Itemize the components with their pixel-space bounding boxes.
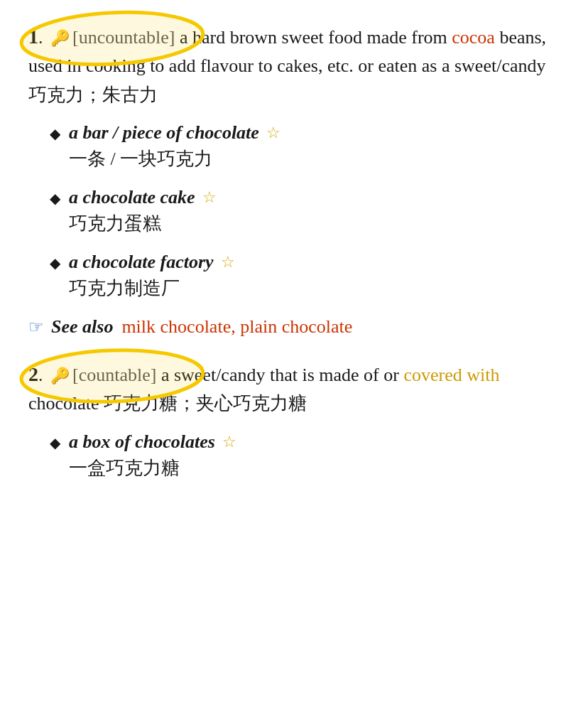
entry-2-header: 2. 🔑[countable] a sweet/candy that is ma… [28,359,560,419]
grammar-tag-1: [uncountable] [72,27,175,48]
diamond-icon-1-1: ◆ [50,125,60,142]
example-text-2-1: a box of chocolates [69,431,215,453]
example-text-1-1: a bar / piece of chocolate [69,122,259,144]
key-icon-1: 🔑 [50,29,70,47]
diamond-icon-1-2: ◆ [50,190,60,207]
entry-number-1: 1 [28,26,38,48]
entry-1-header: 1. 🔑[uncountable] a hard brown sweet foo… [28,21,560,109]
example-chinese-2-1: 一盒巧克力糖 [69,456,236,480]
definition-2-part1: a sweet/candy that is made of or [161,365,404,385]
grammar-tag-2: [countable] [72,365,156,385]
example-item-2-1: ◆ a box of chocolates ☆ 一盒巧克力糖 [50,431,560,480]
example-item-1-3: ◆ a chocolate factory ☆ 巧克力制造厂 [50,252,560,301]
example-chinese-1-1: 一条 / 一块巧克力 [69,146,281,171]
key-icon-2: 🔑 [50,367,70,384]
period-1: . [38,27,48,48]
entry-1: 1. 🔑[uncountable] a hard brown sweet foo… [28,21,560,338]
example-text-1-2: a chocolate cake [69,187,195,208]
see-also-label: See also [51,316,113,338]
definition-1-zh: 巧克力；朱古力 [28,85,158,105]
example-english-1-1: a bar / piece of chocolate ☆ [69,122,281,144]
see-also-links[interactable]: milk chocolate, plain chocolate [121,316,352,338]
definition-2-zh: 巧克力糖；夹心巧克力糖 [104,393,307,414]
example-content-1-1: a bar / piece of chocolate ☆ 一条 / 一块巧克力 [69,122,281,171]
example-chinese-1-3: 巧克力制造厂 [69,276,235,301]
star-button-1-1[interactable]: ☆ [266,125,281,141]
definition-2-part2: chocolate [28,393,99,414]
star-button-1-3[interactable]: ☆ [221,254,235,270]
example-chinese-1-2: 巧克力蛋糕 [69,211,217,236]
example-english-2-1: a box of chocolates ☆ [69,431,236,453]
example-content-1-2: a chocolate cake ☆ 巧克力蛋糕 [69,187,217,236]
entry-number-2: 2 [28,363,38,385]
example-item-1-1: ◆ a bar / piece of chocolate ☆ 一条 / 一块巧克… [50,122,560,171]
example-english-1-3: a chocolate factory ☆ [69,252,235,273]
examples-list-2: ◆ a box of chocolates ☆ 一盒巧克力糖 [50,431,560,480]
star-button-1-2[interactable]: ☆ [202,190,217,205]
period-2: . [38,365,48,385]
cocoa-link[interactable]: cocoa [452,27,495,48]
see-also-icon: ☞ [28,317,44,337]
example-text-1-3: a chocolate factory [69,252,214,273]
examples-list-1: ◆ a bar / piece of chocolate ☆ 一条 / 一块巧克… [50,122,560,301]
covered-text: covered with [403,365,499,385]
example-english-1-2: a chocolate cake ☆ [69,187,217,208]
example-content-2-1: a box of chocolates ☆ 一盒巧克力糖 [69,431,236,480]
example-content-1-3: a chocolate factory ☆ 巧克力制造厂 [69,252,235,301]
diamond-icon-1-3: ◆ [50,254,60,271]
definition-1-part1: a hard brown sweet food made from [180,27,452,48]
entry-2: 2. 🔑[countable] a sweet/candy that is ma… [28,359,560,480]
see-also: ☞ See also milk chocolate, plain chocola… [28,316,560,338]
diamond-icon-2-1: ◆ [50,434,60,451]
star-button-2-1[interactable]: ☆ [222,434,236,450]
example-item-1-2: ◆ a chocolate cake ☆ 巧克力蛋糕 [50,187,560,236]
